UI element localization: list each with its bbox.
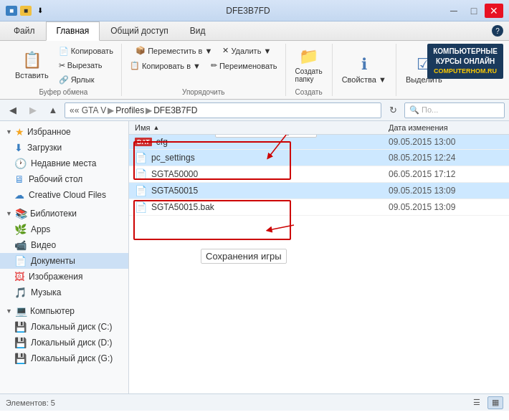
libraries-label: Библиотеки bbox=[30, 209, 77, 219]
file-name-sgta50015: 📄 SGTA50015 bbox=[135, 185, 389, 196]
sidebar: ▼ ★ Избранное ⬇ Загрузки 🕐 Недавние мест… bbox=[0, 121, 129, 393]
sidebar-computer-header[interactable]: ▼ 💻 Компьютер bbox=[0, 303, 128, 319]
tab-home[interactable]: Главная bbox=[46, 22, 100, 41]
details-view-button[interactable]: ▦ bbox=[487, 396, 503, 409]
back-button[interactable]: ◀ bbox=[4, 102, 22, 118]
refresh-button[interactable]: ↻ bbox=[384, 102, 401, 118]
cut-icon: ✂ bbox=[59, 61, 65, 70]
sgta50000-date: 06.05.2015 17:12 bbox=[389, 169, 503, 179]
delete-button[interactable]: ✕ Удалить ▼ bbox=[219, 44, 275, 57]
desktop-label: Рабочий стол bbox=[29, 174, 82, 184]
sidebar-item-disk-c[interactable]: 💾 Локальный диск (C:) bbox=[0, 319, 128, 335]
copy-button[interactable]: 📄 Копировать bbox=[55, 44, 117, 58]
creative-cloud-label: Creative Cloud Files bbox=[29, 190, 106, 200]
sgta50015bak-icon: 📄 bbox=[135, 201, 147, 213]
tab-share[interactable]: Общий доступ bbox=[100, 22, 179, 40]
ribbon-group-new: 📁 Создатьпапку Создать bbox=[286, 44, 333, 96]
table-row[interactable]: DAT cfg 09.05.2015 13:00 bbox=[129, 135, 509, 150]
images-label: Изображения bbox=[29, 272, 82, 282]
table-row[interactable]: 📄 SGTA50015.bak 09.05.2015 13:09 bbox=[129, 199, 509, 216]
disk-d-icon: 💾 bbox=[14, 337, 27, 348]
recent-icon: 🕐 bbox=[14, 158, 27, 169]
list-view-button[interactable]: ☰ bbox=[469, 396, 485, 409]
cut-label: Вырезать bbox=[67, 61, 103, 70]
sgta50015-icon: 📄 bbox=[135, 185, 147, 196]
sidebar-favorites-header[interactable]: ▼ ★ Избранное bbox=[0, 124, 128, 140]
sort-arrow: ▲ bbox=[153, 124, 159, 131]
ribbon-group-clipboard: 📋 Вставить 📄 Копировать ✂ Вырезать 🔗 Ярл… bbox=[6, 44, 122, 96]
table-row[interactable]: 📄 SGTA50015 09.05.2015 13:09 bbox=[129, 183, 509, 199]
clipboard-col: 📄 Копировать ✂ Вырезать 🔗 Ярлык bbox=[55, 44, 117, 87]
window-title: DFE3B7FD bbox=[52, 6, 444, 16]
music-label: Музыка bbox=[31, 287, 61, 297]
new-folder-button[interactable]: 📁 Создатьпапку bbox=[290, 44, 328, 87]
move-icon: 📦 bbox=[135, 46, 146, 55]
maximize-button[interactable]: □ bbox=[465, 4, 483, 18]
copy-to-button[interactable]: 📋 Копировать в ▼ bbox=[126, 59, 204, 72]
file-name-sgta50000: 📄 SGTA50000 bbox=[135, 168, 389, 180]
sgta50000-label: SGTA50000 bbox=[151, 169, 198, 179]
sidebar-libraries-header[interactable]: ▼ 📚 Библиотеки bbox=[0, 206, 128, 221]
cloud-icon: ☁ bbox=[14, 189, 24, 201]
rename-label: Переименовать bbox=[219, 62, 277, 70]
apps-label: Apps bbox=[31, 224, 50, 234]
sidebar-item-docs[interactable]: 📄 Документы bbox=[0, 253, 128, 269]
properties-icon: ℹ bbox=[361, 55, 367, 74]
shortcut-icon: 🔗 bbox=[59, 75, 69, 85]
pc-settings-label: pc_settings bbox=[151, 153, 195, 163]
disk-c-label: Локальный диск (C:) bbox=[31, 322, 113, 332]
clipboard-buttons: 📋 Вставить 📄 Копировать ✂ Вырезать 🔗 Ярл… bbox=[10, 44, 117, 87]
shortcut-button[interactable]: 🔗 Ярлык bbox=[55, 73, 117, 87]
tab-view[interactable]: Вид bbox=[179, 22, 217, 40]
sidebar-item-music[interactable]: 🎵 Музыка bbox=[0, 285, 128, 300]
clipboard-label: Буфер обмена bbox=[39, 87, 87, 96]
filelist: Имя ▲ Дата изменения DAT cfg 09.05.2015 … bbox=[129, 121, 509, 216]
paste-icon: 📋 bbox=[22, 51, 42, 70]
copy-to-label: Копировать в ▼ bbox=[142, 62, 201, 70]
copy-to-icon: 📋 bbox=[130, 61, 140, 70]
sidebar-item-disk-d[interactable]: 💾 Локальный диск (D:) bbox=[0, 335, 128, 350]
forward-button[interactable]: ▶ bbox=[24, 102, 42, 118]
sidebar-item-images[interactable]: 🖼 Изображения bbox=[0, 269, 128, 285]
sidebar-item-creative-cloud[interactable]: ☁ Creative Cloud Files bbox=[0, 187, 128, 203]
sidebar-item-disk-g[interactable]: 💾 Локальный диск (G:) bbox=[0, 350, 128, 366]
search-box[interactable]: 🔍 По... bbox=[404, 102, 505, 118]
up-button[interactable]: ▲ bbox=[44, 102, 62, 118]
saves-annotation-label: Сохранения игры bbox=[201, 249, 287, 264]
sidebar-item-downloads[interactable]: ⬇ Загрузки bbox=[0, 140, 128, 156]
paste-button[interactable]: 📋 Вставить bbox=[10, 47, 54, 83]
table-row[interactable]: 📄 pc_settings 08.05.2015 12:24 bbox=[129, 150, 509, 166]
help-icon[interactable]: ? bbox=[492, 25, 503, 37]
table-row[interactable]: 📄 SGTA50000 06.05.2015 17:12 bbox=[129, 166, 509, 183]
disk-g-icon: 💾 bbox=[14, 353, 27, 364]
ribbon-group-organize: 📦 Переместить в ▼ ✕ Удалить ▼ 📋 Копирова… bbox=[122, 44, 286, 96]
apps-icon: 🌿 bbox=[14, 224, 27, 235]
app-icon-arrow: ⬇ bbox=[34, 6, 46, 16]
disk-d-label: Локальный диск (D:) bbox=[31, 338, 113, 348]
sidebar-item-recent[interactable]: 🕐 Недавние места bbox=[0, 156, 128, 171]
properties-button[interactable]: ℹ Свойства ▼ bbox=[337, 52, 391, 87]
organize-label: Упорядочить bbox=[182, 87, 225, 96]
titlebar: ■ ■ ⬇ DFE3B7FD ─ □ ✕ bbox=[0, 0, 509, 22]
rename-icon: ✏ bbox=[211, 61, 217, 70]
sidebar-item-desktop[interactable]: 🖥 Рабочий стол bbox=[0, 171, 128, 187]
close-button[interactable]: ✕ bbox=[485, 4, 503, 18]
move-to-button[interactable]: 📦 Переместить в ▼ bbox=[132, 44, 216, 57]
col-date-header: Дата изменения bbox=[389, 123, 503, 132]
minimize-button[interactable]: ─ bbox=[444, 4, 463, 18]
sidebar-favorites: ▼ ★ Избранное ⬇ Загрузки 🕐 Недавние мест… bbox=[0, 124, 128, 203]
rename-button[interactable]: ✏ Переименовать bbox=[207, 59, 281, 72]
sidebar-item-apps[interactable]: 🌿 Apps bbox=[0, 221, 128, 237]
svg-line-1 bbox=[269, 225, 294, 230]
cut-button[interactable]: ✂ Вырезать bbox=[55, 59, 117, 72]
new-folder-label: Создатьпапку bbox=[295, 67, 323, 83]
libraries-icon: 📚 bbox=[15, 208, 27, 219]
recent-label: Недавние места bbox=[31, 158, 96, 168]
sidebar-item-video[interactable]: 📹 Видео bbox=[0, 237, 128, 253]
search-placeholder: 🔍 По... bbox=[409, 105, 438, 115]
tab-file[interactable]: Файл bbox=[3, 22, 46, 40]
ribbon-body: 📋 Вставить 📄 Копировать ✂ Вырезать 🔗 Ярл… bbox=[0, 41, 509, 100]
address-path[interactable]: «« GTA V ▶ Profiles ▶ DFE3B7FD bbox=[65, 102, 381, 118]
sgta50015bak-date: 09.05.2015 13:09 bbox=[389, 202, 503, 212]
watermark-site: COMPUTERHOM.RU bbox=[433, 67, 498, 76]
